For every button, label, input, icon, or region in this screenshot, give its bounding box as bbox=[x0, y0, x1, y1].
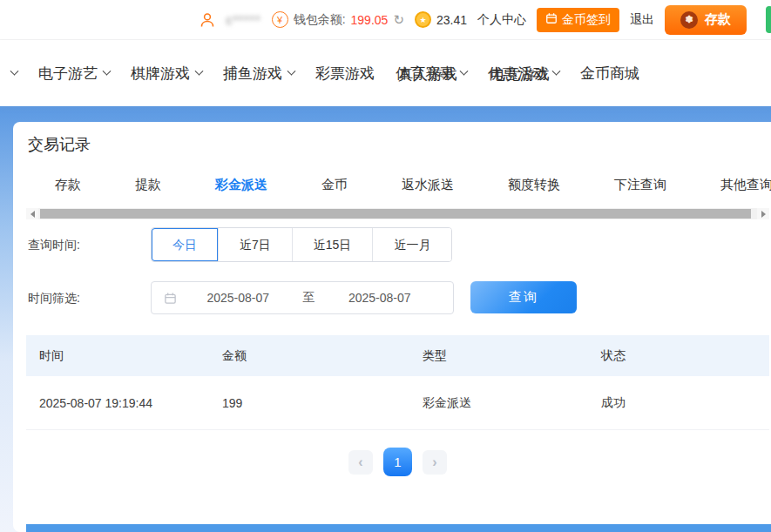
date-range-input[interactable]: 2025-08-07 至 2025-08-07 bbox=[151, 281, 454, 314]
chevron-down-icon bbox=[10, 66, 19, 75]
calendar-icon bbox=[545, 12, 558, 27]
nav-item-sports-overlap: 真人游戏 bbox=[398, 64, 457, 84]
pagination: ‹ 1 › bbox=[26, 448, 769, 476]
tab-deposit[interactable]: 存款 bbox=[55, 177, 81, 193]
tab-other-query[interactable]: 其他查询 bbox=[720, 177, 771, 193]
transaction-record-panel: 交易记录 存款 提款 彩金派送 金币 返水派送 额度转换 下注查询 其他查询 查… bbox=[13, 122, 771, 532]
chevron-down-icon bbox=[287, 66, 296, 75]
pagination-prev-button[interactable]: ‹ bbox=[348, 450, 373, 475]
scroll-left-arrow-icon[interactable] bbox=[26, 208, 38, 219]
yuan-icon: ¥ bbox=[272, 11, 288, 28]
nav-item-fishing-games[interactable]: 捕鱼游戏 bbox=[223, 64, 294, 84]
nav-item-lottery-games[interactable]: 彩票游戏 bbox=[315, 64, 375, 84]
column-header-type: 类型 bbox=[409, 348, 588, 364]
nav-item-gold-coin-mall[interactable]: 金币商城 bbox=[580, 64, 639, 84]
nav-item-electronic-games[interactable]: 电子游艺 bbox=[38, 64, 110, 84]
wallet-value: 199.05 bbox=[351, 13, 389, 27]
column-header-amount: 金额 bbox=[209, 348, 409, 364]
time-filter-label: 时间筛选: bbox=[28, 280, 80, 315]
chevron-down-icon bbox=[103, 66, 112, 75]
search-button[interactable]: 查询 bbox=[470, 281, 577, 313]
main-nav: 电子游艺 棋牌游戏 捕鱼游戏 彩票游戏 体育赛事 真人游戏 优惠活动 电竞游戏 … bbox=[0, 40, 771, 106]
range-today-button[interactable]: 今日 bbox=[152, 228, 218, 261]
nav-item-promotions[interactable]: 优惠活动 电竞游戏 bbox=[488, 64, 559, 84]
tab-bonus-delivery[interactable]: 彩金派送 bbox=[215, 177, 267, 193]
gold-coin-signin-button[interactable]: 金币签到 bbox=[537, 8, 619, 32]
wallet-label: 钱包余额: bbox=[294, 12, 346, 28]
range-15days-button[interactable]: 近15日 bbox=[292, 228, 373, 261]
scrollbar-track[interactable] bbox=[38, 208, 757, 219]
tab-gold-coin[interactable]: 金币 bbox=[321, 177, 348, 193]
nav-item-sports[interactable]: 体育赛事 真人游戏 bbox=[396, 64, 467, 84]
query-time-label: 查询时间: bbox=[28, 227, 80, 262]
range-7days-button[interactable]: 近7日 bbox=[218, 228, 292, 261]
nav-item-promotions-overlap: 电竞游戏 bbox=[490, 64, 550, 84]
table-row: 2025-08-07 19:19:44 199 彩金派送 成功 bbox=[26, 376, 769, 430]
footer-blue-bar bbox=[26, 524, 771, 532]
tab-quota-transfer[interactable]: 额度转换 bbox=[508, 177, 560, 193]
records-table: 时间 金额 类型 状态 2025-08-07 19:19:44 199 彩金派送… bbox=[26, 335, 769, 430]
cutoff-green-button[interactable] bbox=[766, 6, 771, 33]
nav-item-board-games[interactable]: 棋牌游戏 bbox=[131, 64, 202, 84]
scroll-right-arrow-icon[interactable] bbox=[757, 208, 769, 219]
personal-center-link[interactable]: 个人中心 bbox=[477, 12, 526, 28]
tab-rebate-delivery[interactable]: 返水派送 bbox=[402, 177, 454, 193]
tabs-horizontal-scrollbar[interactable] bbox=[26, 208, 769, 219]
chevron-down-icon bbox=[552, 66, 561, 75]
cell-time: 2025-08-07 19:19:44 bbox=[26, 396, 209, 410]
cell-amount: 199 bbox=[209, 396, 409, 410]
range-1month-button[interactable]: 近一月 bbox=[372, 228, 451, 261]
gold-coin-value: 23.41 bbox=[436, 13, 467, 27]
cell-status: 成功 bbox=[588, 395, 769, 411]
date-range-separator: 至 bbox=[300, 290, 319, 306]
gold-coin-icon: ★ bbox=[415, 11, 431, 28]
page-title: 交易记录 bbox=[28, 134, 91, 155]
deposit-button[interactable]: ✽ 存款 bbox=[665, 5, 747, 35]
date-to-value[interactable]: 2025-08-07 bbox=[319, 291, 442, 305]
cell-type: 彩金派送 bbox=[409, 395, 588, 411]
pagination-next-button[interactable]: › bbox=[423, 450, 447, 475]
topbar: c***** ¥ 钱包余额: 199.05 ↻ ★ 23.41 个人中心 金币签… bbox=[0, 0, 771, 40]
username-blurred[interactable]: c***** bbox=[226, 13, 260, 27]
chevron-down-icon bbox=[460, 66, 469, 75]
chevron-down-icon bbox=[195, 66, 204, 75]
user-icon bbox=[200, 12, 215, 28]
date-from-value[interactable]: 2025-08-07 bbox=[177, 291, 300, 305]
column-header-time: 时间 bbox=[26, 348, 209, 364]
logout-link[interactable]: 退出 bbox=[630, 12, 654, 28]
table-header-row: 时间 金额 类型 状态 bbox=[26, 335, 769, 376]
deposit-coin-icon: ✽ bbox=[680, 11, 698, 29]
calendar-icon bbox=[164, 292, 177, 305]
refresh-icon[interactable]: ↻ bbox=[393, 12, 404, 28]
nav-item-partial[interactable] bbox=[5, 71, 17, 77]
page-background: 交易记录 存款 提款 彩金派送 金币 返水派送 额度转换 下注查询 其他查询 查… bbox=[0, 106, 771, 532]
column-header-status: 状态 bbox=[588, 348, 769, 364]
tab-bet-query[interactable]: 下注查询 bbox=[614, 177, 666, 193]
pagination-page-1[interactable]: 1 bbox=[383, 448, 412, 476]
scrollbar-thumb[interactable] bbox=[40, 209, 751, 219]
gold-coin-balance: ★ 23.41 bbox=[415, 11, 467, 28]
quick-range-group: 今日 近7日 近15日 近一月 bbox=[151, 227, 452, 262]
tab-withdraw[interactable]: 提款 bbox=[135, 177, 161, 193]
record-tabs: 存款 提款 彩金派送 金币 返水派送 额度转换 下注查询 其他查询 bbox=[13, 177, 771, 193]
wallet-balance: ¥ 钱包余额: 199.05 ↻ bbox=[272, 11, 404, 28]
